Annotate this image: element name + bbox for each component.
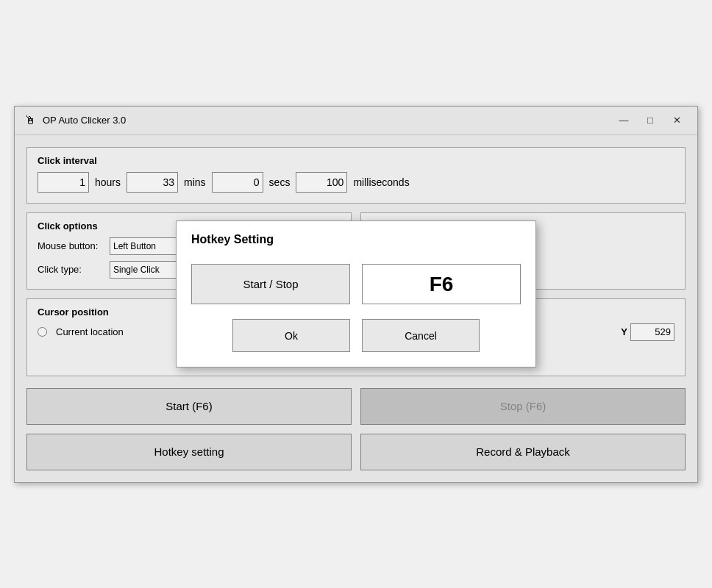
start-stop-hotkey-button[interactable]: Start / Stop xyxy=(191,264,350,304)
modal-title: Hotkey Setting xyxy=(177,221,535,255)
modal-cancel-button[interactable]: Cancel xyxy=(362,319,480,352)
main-window: 🖱 OP Auto Clicker 3.0 — □ ✕ Click interv… xyxy=(14,106,698,483)
modal-actions: Ok Cancel xyxy=(177,313,535,367)
hotkey-modal: Hotkey Setting Start / Stop F6 Ok Cancel xyxy=(176,220,536,368)
modal-overlay: Hotkey Setting Start / Stop F6 Ok Cancel xyxy=(15,107,697,482)
modal-hotkey-row: Start / Stop F6 xyxy=(177,255,535,313)
modal-ok-button[interactable]: Ok xyxy=(232,319,350,352)
hotkey-key-display[interactable]: F6 xyxy=(362,264,521,304)
